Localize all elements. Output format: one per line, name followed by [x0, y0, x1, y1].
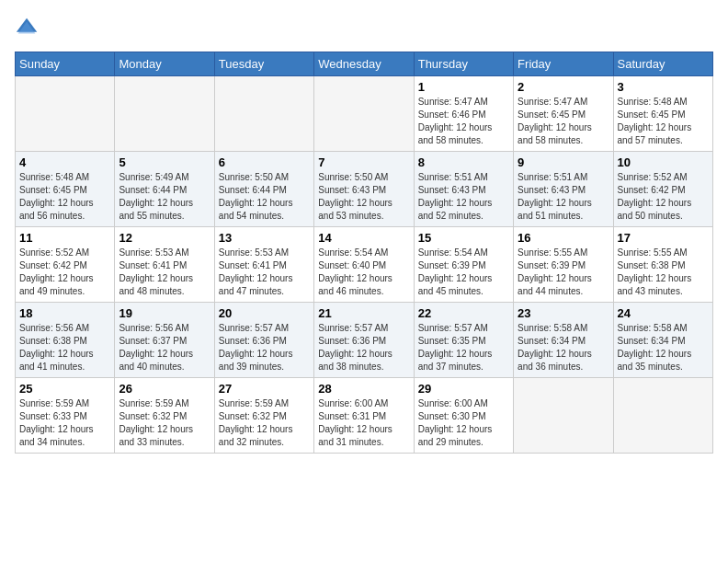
day-number: 1 [418, 80, 509, 94]
calendar-cell: 7Sunrise: 5:50 AMSunset: 6:43 PMDaylight… [314, 152, 414, 227]
day-detail: Sunrise: 5:53 AMSunset: 6:41 PMDaylight:… [219, 247, 310, 298]
calendar-cell: 19Sunrise: 5:56 AMSunset: 6:37 PMDayligh… [115, 303, 214, 378]
day-number: 15 [418, 231, 509, 245]
day-number: 6 [219, 155, 310, 169]
day-detail: Sunrise: 5:58 AMSunset: 6:34 PMDaylight:… [618, 322, 709, 373]
calendar-cell: 10Sunrise: 5:52 AMSunset: 6:42 PMDayligh… [613, 152, 712, 227]
calendar-cell: 21Sunrise: 5:57 AMSunset: 6:36 PMDayligh… [314, 303, 414, 378]
calendar-cell: 3Sunrise: 5:48 AMSunset: 6:45 PMDaylight… [613, 76, 712, 152]
day-number: 16 [518, 231, 609, 245]
day-number: 12 [119, 231, 210, 245]
day-detail: Sunrise: 5:54 AMSunset: 6:39 PMDaylight:… [418, 247, 509, 298]
day-detail: Sunrise: 5:51 AMSunset: 6:43 PMDaylight:… [518, 171, 609, 223]
calendar-cell: 26Sunrise: 5:59 AMSunset: 6:32 PMDayligh… [115, 378, 214, 454]
day-number: 10 [618, 155, 709, 169]
calendar-table: SundayMondayTuesdayWednesdayThursdayFrid… [15, 52, 713, 454]
day-number: 8 [418, 155, 509, 169]
day-header-monday: Monday [115, 52, 214, 76]
calendar-cell: 2Sunrise: 5:47 AMSunset: 6:45 PMDaylight… [514, 76, 613, 152]
day-number: 24 [618, 306, 709, 320]
day-number: 19 [119, 306, 210, 320]
page-header [15, 15, 713, 40]
calendar-cell: 25Sunrise: 5:59 AMSunset: 6:33 PMDayligh… [16, 378, 115, 454]
day-detail: Sunrise: 5:49 AMSunset: 6:44 PMDaylight:… [119, 171, 210, 223]
calendar-cell [314, 76, 414, 152]
logo [15, 15, 44, 40]
calendar-cell: 24Sunrise: 5:58 AMSunset: 6:34 PMDayligh… [613, 303, 712, 378]
day-number: 13 [219, 231, 310, 245]
day-detail: Sunrise: 6:00 AMSunset: 6:31 PMDaylight:… [318, 397, 409, 449]
day-detail: Sunrise: 5:54 AMSunset: 6:40 PMDaylight:… [318, 247, 409, 298]
calendar-cell: 5Sunrise: 5:49 AMSunset: 6:44 PMDaylight… [115, 152, 214, 227]
day-number: 28 [318, 382, 409, 396]
calendar-cell: 18Sunrise: 5:56 AMSunset: 6:38 PMDayligh… [16, 303, 115, 378]
day-detail: Sunrise: 5:48 AMSunset: 6:45 PMDaylight:… [618, 96, 709, 147]
calendar-cell: 6Sunrise: 5:50 AMSunset: 6:44 PMDaylight… [214, 152, 313, 227]
calendar-cell: 13Sunrise: 5:53 AMSunset: 6:41 PMDayligh… [214, 227, 313, 303]
calendar-cell [514, 378, 613, 454]
day-detail: Sunrise: 5:55 AMSunset: 6:38 PMDaylight:… [618, 247, 709, 298]
day-header-tuesday: Tuesday [214, 52, 313, 76]
calendar-cell: 16Sunrise: 5:55 AMSunset: 6:39 PMDayligh… [514, 227, 613, 303]
day-number: 23 [518, 306, 609, 320]
day-detail: Sunrise: 5:52 AMSunset: 6:42 PMDaylight:… [618, 171, 709, 223]
day-number: 2 [518, 80, 609, 94]
day-detail: Sunrise: 5:59 AMSunset: 6:32 PMDaylight:… [219, 397, 310, 449]
calendar-cell: 12Sunrise: 5:53 AMSunset: 6:41 PMDayligh… [115, 227, 214, 303]
calendar-header-row: SundayMondayTuesdayWednesdayThursdayFrid… [16, 52, 713, 76]
calendar-week-1: 1Sunrise: 5:47 AMSunset: 6:46 PMDaylight… [16, 76, 713, 152]
day-detail: Sunrise: 5:51 AMSunset: 6:43 PMDaylight:… [418, 171, 509, 223]
day-detail: Sunrise: 5:50 AMSunset: 6:43 PMDaylight:… [318, 171, 409, 223]
day-number: 21 [318, 306, 409, 320]
day-detail: Sunrise: 5:47 AMSunset: 6:46 PMDaylight:… [418, 96, 509, 147]
day-number: 4 [19, 155, 110, 169]
calendar-cell: 27Sunrise: 5:59 AMSunset: 6:32 PMDayligh… [214, 378, 313, 454]
day-detail: Sunrise: 5:57 AMSunset: 6:36 PMDaylight:… [219, 322, 310, 373]
logo-icon [15, 15, 40, 40]
calendar-cell: 14Sunrise: 5:54 AMSunset: 6:40 PMDayligh… [314, 227, 414, 303]
calendar-cell: 9Sunrise: 5:51 AMSunset: 6:43 PMDaylight… [514, 152, 613, 227]
calendar-cell: 22Sunrise: 5:57 AMSunset: 6:35 PMDayligh… [414, 303, 513, 378]
calendar-week-4: 18Sunrise: 5:56 AMSunset: 6:38 PMDayligh… [16, 303, 713, 378]
day-header-sunday: Sunday [16, 52, 115, 76]
calendar-cell: 29Sunrise: 6:00 AMSunset: 6:30 PMDayligh… [414, 378, 513, 454]
day-number: 18 [19, 306, 110, 320]
calendar-cell: 1Sunrise: 5:47 AMSunset: 6:46 PMDaylight… [414, 76, 513, 152]
day-number: 25 [19, 382, 110, 396]
day-detail: Sunrise: 5:56 AMSunset: 6:37 PMDaylight:… [119, 322, 210, 373]
calendar-cell: 28Sunrise: 6:00 AMSunset: 6:31 PMDayligh… [314, 378, 414, 454]
day-number: 20 [219, 306, 310, 320]
day-detail: Sunrise: 5:50 AMSunset: 6:44 PMDaylight:… [219, 171, 310, 223]
day-number: 17 [618, 231, 709, 245]
day-detail: Sunrise: 5:48 AMSunset: 6:45 PMDaylight:… [19, 171, 110, 223]
day-header-saturday: Saturday [613, 52, 712, 76]
calendar-cell: 15Sunrise: 5:54 AMSunset: 6:39 PMDayligh… [414, 227, 513, 303]
day-header-wednesday: Wednesday [314, 52, 414, 76]
calendar-cell [214, 76, 313, 152]
day-number: 11 [19, 231, 110, 245]
day-number: 9 [518, 155, 609, 169]
calendar-cell: 20Sunrise: 5:57 AMSunset: 6:36 PMDayligh… [214, 303, 313, 378]
day-number: 27 [219, 382, 310, 396]
calendar-cell: 4Sunrise: 5:48 AMSunset: 6:45 PMDaylight… [16, 152, 115, 227]
day-detail: Sunrise: 5:58 AMSunset: 6:34 PMDaylight:… [518, 322, 609, 373]
day-detail: Sunrise: 5:53 AMSunset: 6:41 PMDaylight:… [119, 247, 210, 298]
calendar-cell [16, 76, 115, 152]
calendar-cell [115, 76, 214, 152]
day-header-friday: Friday [514, 52, 613, 76]
calendar-week-5: 25Sunrise: 5:59 AMSunset: 6:33 PMDayligh… [16, 378, 713, 454]
calendar-cell: 17Sunrise: 5:55 AMSunset: 6:38 PMDayligh… [613, 227, 712, 303]
day-detail: Sunrise: 6:00 AMSunset: 6:30 PMDaylight:… [418, 397, 509, 449]
day-number: 26 [119, 382, 210, 396]
calendar-cell: 8Sunrise: 5:51 AMSunset: 6:43 PMDaylight… [414, 152, 513, 227]
day-header-thursday: Thursday [414, 52, 513, 76]
calendar-cell [613, 378, 712, 454]
calendar-cell: 11Sunrise: 5:52 AMSunset: 6:42 PMDayligh… [16, 227, 115, 303]
day-detail: Sunrise: 5:57 AMSunset: 6:35 PMDaylight:… [418, 322, 509, 373]
day-detail: Sunrise: 5:47 AMSunset: 6:45 PMDaylight:… [518, 96, 609, 147]
day-detail: Sunrise: 5:56 AMSunset: 6:38 PMDaylight:… [19, 322, 110, 373]
day-number: 7 [318, 155, 409, 169]
day-detail: Sunrise: 5:59 AMSunset: 6:33 PMDaylight:… [19, 397, 110, 449]
day-number: 29 [418, 382, 509, 396]
day-number: 5 [119, 155, 210, 169]
